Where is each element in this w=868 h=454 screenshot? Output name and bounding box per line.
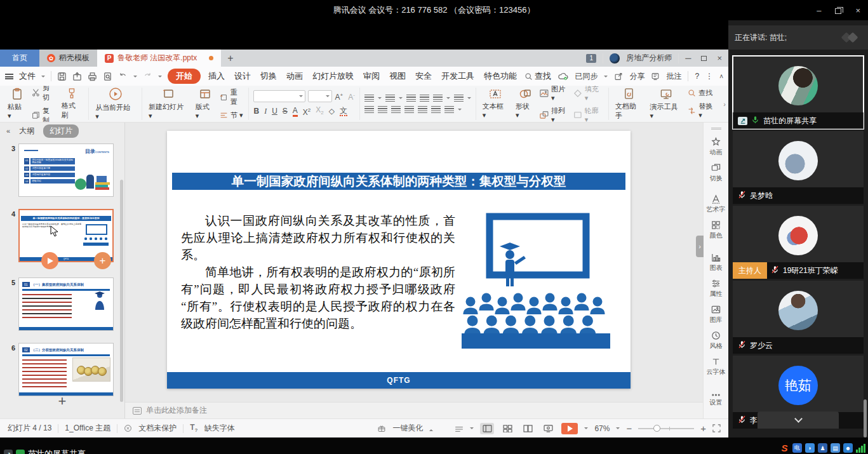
picture-button[interactable]: 图片 ▾: [540, 86, 570, 102]
slide-thumbnail-5[interactable]: 01（一）集权型政府间纵向关系体制: [18, 277, 114, 331]
font-family-select[interactable]: [253, 90, 305, 102]
paragraph-settings-icon[interactable]: [454, 95, 464, 102]
collapse-panel-icon[interactable]: «: [6, 127, 10, 135]
slide-thumbnail-3[interactable]: 目录CONTENTS 01理论分析单一制国家政府间纵向关系体制两种类型 02法国…: [18, 144, 114, 197]
tool-settings[interactable]: 设置: [710, 391, 723, 410]
slide-thumbnail-6[interactable]: 02（二）分权型政府间纵向关系体制: [18, 343, 114, 396]
shapes-button[interactable]: 形状 ▾: [514, 88, 537, 119]
outline-button[interactable]: 轮廓 ▾: [573, 106, 604, 123]
ribbon-expand-icon[interactable]: ›: [722, 88, 727, 120]
strikethrough-button[interactable]: S: [283, 107, 288, 116]
collapse-participants-button[interactable]: [758, 411, 839, 429]
notes-bar[interactable]: 单击此处添加备注: [125, 402, 703, 418]
play-from-current-button[interactable]: 从当前开始 ▾: [93, 87, 137, 121]
menu-home[interactable]: 开始: [168, 69, 201, 84]
collapse-ribbon-icon[interactable]: ˄: [719, 73, 723, 80]
reset-button[interactable]: 重置: [220, 88, 244, 107]
help-icon[interactable]: ?: [695, 72, 699, 81]
wps-close-button[interactable]: ×: [717, 53, 722, 63]
paste-button[interactable]: 粘贴 ▾: [6, 88, 29, 120]
normal-view-button[interactable]: [480, 423, 494, 434]
align-center-icon[interactable]: [378, 106, 387, 113]
menu-transition[interactable]: 切换: [258, 69, 279, 83]
bold-button[interactable]: B: [253, 107, 259, 116]
layout-button[interactable]: 版式 ▾: [194, 88, 217, 120]
bullets-icon[interactable]: [364, 95, 374, 102]
share-icon[interactable]: [614, 72, 623, 81]
sidebar-scrollbar[interactable]: [864, 399, 867, 437]
doc-protect-status[interactable]: 文档未保护: [138, 423, 177, 434]
textbox-button[interactable]: 文本框 ▾: [481, 88, 511, 119]
copy-button[interactable]: 复制: [32, 106, 56, 123]
redo-icon[interactable]: [143, 72, 152, 81]
grow-font-button[interactable]: A+: [335, 91, 343, 102]
menu-review[interactable]: 审阅: [361, 69, 382, 83]
sorter-view-button[interactable]: [500, 423, 514, 434]
account-name[interactable]: 房地产分析师: [626, 53, 672, 63]
menu-find[interactable]: 查找: [535, 70, 551, 82]
section-button[interactable]: 节 ▾: [220, 110, 244, 120]
taskbar-icon[interactable]: 电: [792, 443, 802, 453]
slide-thumbnail-4-selected[interactable]: 单一制国家政府间纵向关系体制的两种类型：集权型与分权型 认识一国政府间纵向关系及…: [18, 209, 114, 262]
search-icon[interactable]: [524, 72, 533, 81]
menu-features[interactable]: 特色功能: [482, 69, 519, 83]
export-icon[interactable]: [72, 72, 82, 81]
tab-home[interactable]: 首页: [0, 50, 39, 67]
font-size-select[interactable]: [308, 90, 332, 102]
print-preview-icon[interactable]: [103, 72, 112, 81]
hamburger-icon[interactable]: [5, 74, 13, 79]
file-menu[interactable]: 文件: [19, 70, 36, 82]
minimize-button[interactable]: –: [817, 6, 821, 15]
tool-properties[interactable]: 属性: [710, 276, 723, 301]
taskbar-icon[interactable]: ◗: [805, 443, 815, 453]
window-count-badge[interactable]: 1: [586, 54, 596, 63]
cut-button[interactable]: 剪切: [32, 86, 56, 102]
tab-document[interactable]: P 鲁敬老师 法国改革.pptx: [97, 50, 221, 67]
superscript-button[interactable]: X2: [303, 106, 310, 117]
clear-format-button[interactable]: ◇: [329, 107, 335, 116]
comment-button[interactable]: 批注: [666, 71, 681, 82]
beautify-button[interactable]: 一键美化: [392, 423, 423, 434]
distribute-icon[interactable]: [418, 106, 427, 113]
fill-button[interactable]: 填充 ▾: [573, 86, 604, 102]
tool-transition[interactable]: 切换: [710, 161, 723, 185]
replace-button[interactable]: 替换 ▾: [688, 102, 718, 119]
panel-scrollbar[interactable]: [120, 180, 123, 402]
menu-devtools[interactable]: 开发工具: [439, 69, 476, 83]
taskbar-icon[interactable]: ▤: [831, 443, 840, 453]
current-slide[interactable]: 单一制国家政府间纵向关系体制的两种类型：集权型与分权型 认识一国政府间纵向关系及…: [167, 131, 631, 389]
comment-icon[interactable]: [651, 72, 660, 81]
notes-toggle-icon[interactable]: [455, 424, 464, 433]
columns-icon[interactable]: [444, 106, 454, 113]
undo-icon[interactable]: [118, 72, 128, 81]
add-slide-overlay-button[interactable]: +: [94, 252, 111, 269]
slideshow-play-button[interactable]: [561, 423, 578, 434]
tab-templates[interactable]: ✿ 稻壳模板: [39, 50, 97, 67]
menu-insert[interactable]: 插入: [206, 69, 227, 83]
print-icon[interactable]: [88, 72, 97, 81]
slideshow-view-button[interactable]: [541, 423, 555, 434]
expand-rail-icon[interactable]: ›: [696, 236, 704, 257]
new-slide-button[interactable]: 新建幻灯片 ▾: [147, 88, 190, 120]
tool-chart[interactable]: 图表: [710, 250, 723, 275]
new-tab-button[interactable]: +: [221, 50, 240, 67]
zoom-slider-knob[interactable]: [653, 425, 660, 432]
play-slide-button[interactable]: [41, 252, 58, 269]
zoom-slider[interactable]: [638, 428, 694, 429]
taskbar-icon[interactable]: S: [780, 443, 789, 453]
arrange-button[interactable]: 排列 ▾: [540, 106, 570, 123]
underline-button[interactable]: U: [272, 107, 277, 116]
slide-canvas[interactable]: 单一制国家政府间纵向关系体制的两种类型：集权型与分权型 认识一国政府间纵向关系及…: [125, 123, 703, 402]
format-painter-button[interactable]: 格式刷: [60, 88, 84, 120]
align-right-icon[interactable]: [391, 106, 401, 113]
participant-tile-host[interactable]: 主持人 19研21班丁荣嵘: [733, 206, 864, 279]
theme-name[interactable]: 1_Office 主题: [65, 423, 110, 434]
italic-button[interactable]: I: [264, 107, 267, 116]
numbering-icon[interactable]: [385, 95, 395, 102]
menu-animation[interactable]: 动画: [284, 69, 305, 83]
tab-slides[interactable]: 幻灯片: [43, 124, 79, 138]
tab-outline[interactable]: 大纲: [19, 126, 34, 137]
taskbar-icon[interactable]: ☻: [843, 443, 853, 453]
text-tools-button[interactable]: 文: [340, 106, 347, 116]
save-icon[interactable]: [57, 72, 67, 81]
